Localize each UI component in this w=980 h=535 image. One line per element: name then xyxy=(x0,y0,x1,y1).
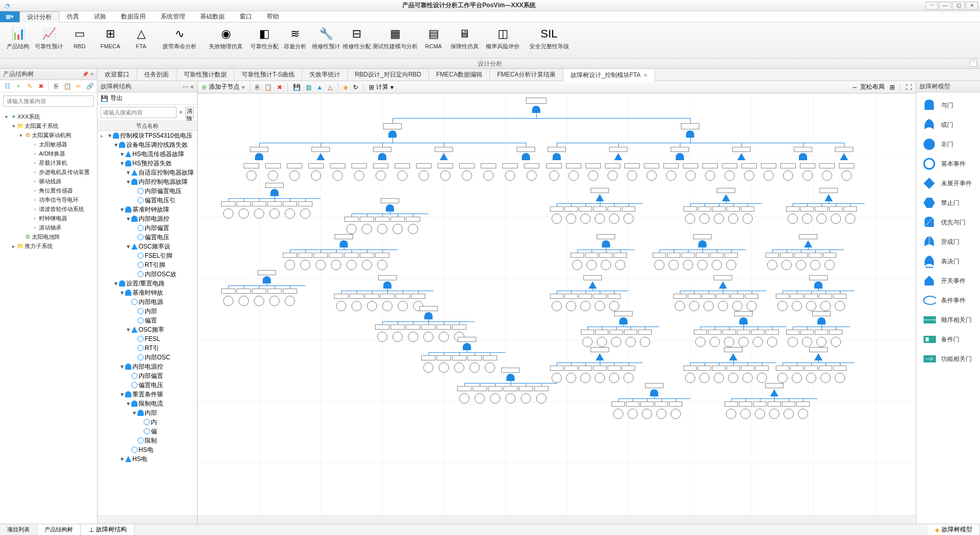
ft-basic-event[interactable] xyxy=(346,260,357,270)
ft-basic-event[interactable] xyxy=(285,296,295,306)
ft-node-row[interactable]: ▾基准时钟故 xyxy=(97,288,197,297)
ft-node-box[interactable] xyxy=(503,386,518,391)
ft-basic-event[interactable] xyxy=(300,208,310,219)
ft-node-box[interactable] xyxy=(335,234,353,239)
file-menu-button[interactable]: ▦▾ xyxy=(0,11,19,22)
ft-basic-event[interactable] xyxy=(268,170,278,181)
ft-node-box[interactable] xyxy=(722,330,736,335)
ft-node-box[interactable] xyxy=(459,163,475,168)
tree-item[interactable]: ▫谐波齿轮传动系统 xyxy=(1,204,96,214)
ft-node-box[interactable] xyxy=(717,188,735,193)
refresh-button[interactable]: ↻ xyxy=(353,84,358,91)
ft-basic-event[interactable] xyxy=(601,260,611,270)
ft-node-box[interactable] xyxy=(452,355,466,360)
ft-node-box[interactable] xyxy=(731,294,744,299)
ft-node-box[interactable] xyxy=(395,163,410,168)
ft-node-box[interactable] xyxy=(258,270,276,275)
ft-node-row[interactable]: ▾HS电流传感器故障 xyxy=(97,149,197,159)
ft-node-row[interactable]: 内部OSC故 xyxy=(97,270,197,279)
ft-basic-event[interactable] xyxy=(831,337,841,347)
ft-node-box[interactable] xyxy=(698,206,711,212)
ft-basic-event[interactable] xyxy=(798,409,808,419)
doc-tab[interactable]: RBD设计_对日定向RBD xyxy=(348,69,429,81)
gate-or-button[interactable]: △ xyxy=(328,84,332,91)
ft-basic-event[interactable] xyxy=(611,337,621,347)
ft-node-box[interactable] xyxy=(741,206,754,212)
ribbon-可靠性分配[interactable]: ◧可靠性分配 xyxy=(249,25,279,56)
ft-node-box[interactable] xyxy=(593,294,606,299)
ft-node-box[interactable] xyxy=(809,275,828,280)
ft-node-box[interactable] xyxy=(221,201,236,206)
ft-node-box[interactable] xyxy=(585,253,598,258)
ft-basic-event[interactable] xyxy=(336,301,346,311)
ft-node-box[interactable] xyxy=(800,206,814,212)
ribbon-RBD[interactable]: ▭RBD xyxy=(65,25,94,56)
ft-node-row[interactable]: ▾内部控制电源故障 xyxy=(97,177,197,186)
ft-node-box[interactable] xyxy=(550,294,563,299)
ft-node-box[interactable] xyxy=(724,402,738,407)
product-tree[interactable]: ▾✦XXX系统▾📁太阳翼子系统▾⚙太阳翼驱动机构▫太阳敏感器▫A/D转换器▫星载… xyxy=(0,110,97,524)
ft-basic-event[interactable] xyxy=(595,301,605,311)
ft-basic-event[interactable] xyxy=(806,373,816,383)
ft-node-box[interactable] xyxy=(640,402,654,407)
ft-basic-event[interactable] xyxy=(732,301,742,311)
ft-node-box[interactable] xyxy=(330,163,345,168)
menu-tab-0[interactable]: 设计分析 xyxy=(19,11,60,23)
ft-basic-event[interactable] xyxy=(331,260,341,270)
palette-item-seq[interactable]: 顺序相关门 xyxy=(918,310,980,330)
ft-node-box[interactable] xyxy=(614,311,633,316)
ft-node-box[interactable] xyxy=(360,217,374,222)
ft-node-box[interactable] xyxy=(298,201,312,206)
ft-basic-event[interactable] xyxy=(753,337,763,347)
ft-node-box[interactable] xyxy=(681,123,699,129)
ft-basic-event[interactable] xyxy=(393,332,403,342)
ft-basic-event[interactable] xyxy=(316,260,326,270)
ft-basic-event[interactable] xyxy=(607,170,618,181)
fault-tree-node-list[interactable]: ▸▾控制模块TPS54310低电压▾设备电压调控线路失效▾HS电流传感器故障▾H… xyxy=(97,131,197,515)
ft-node-row[interactable]: 偏置 xyxy=(97,316,197,325)
ft-basic-event[interactable] xyxy=(439,362,449,373)
ft-node-box[interactable] xyxy=(653,253,666,258)
ft-basic-event[interactable] xyxy=(354,170,364,181)
ft-node-box[interactable] xyxy=(566,163,581,168)
ft-basic-event[interactable] xyxy=(549,170,559,181)
palette-item-pand[interactable]: 优先与门 xyxy=(918,213,980,232)
ft-node-box[interactable] xyxy=(693,234,712,239)
ft-node-box[interactable] xyxy=(546,163,562,168)
ft-basic-event[interactable] xyxy=(685,373,695,383)
ft-node-box[interactable] xyxy=(805,366,818,371)
bottom-tab-ft-structure[interactable]: ⊥ 故障树结构 xyxy=(82,524,134,535)
ft-basic-event[interactable] xyxy=(777,373,788,383)
ft-basic-event[interactable] xyxy=(239,296,249,306)
ft-basic-event[interactable] xyxy=(362,224,372,234)
ft-basic-event[interactable] xyxy=(566,214,576,224)
ft-node-row[interactable]: ▾内部 xyxy=(97,408,197,417)
ft-node-box[interactable] xyxy=(375,217,389,222)
tree-item[interactable]: ▫功率信号导电环 xyxy=(1,195,96,204)
ft-node-box[interactable] xyxy=(583,275,602,280)
ft-basic-event[interactable] xyxy=(289,170,300,181)
ft-node-box[interactable] xyxy=(467,355,482,360)
ft-basic-event[interactable] xyxy=(740,409,751,419)
ft-basic-event[interactable] xyxy=(695,337,705,347)
canvas-hscroll[interactable] xyxy=(198,515,916,524)
ft-node-box[interactable] xyxy=(622,206,635,212)
calculate-button[interactable]: ⊞ 计算 ▾ xyxy=(369,83,394,91)
ribbon-保障性仿真[interactable]: 🖥保障性仿真 xyxy=(449,25,479,56)
ft-node-box[interactable] xyxy=(519,386,533,391)
menu-tab-5[interactable]: 基础数据 xyxy=(193,11,232,22)
ft-basic-event[interactable] xyxy=(777,301,788,311)
ribbon-FTA[interactable]: △FTA xyxy=(126,25,156,56)
add-icon[interactable]: ＋ xyxy=(14,82,23,90)
ft-basic-event[interactable] xyxy=(816,214,827,224)
tree-item[interactable]: ▫A/D转换器 xyxy=(1,149,96,158)
ft-gate[interactable] xyxy=(255,153,263,160)
ft-node-box[interactable] xyxy=(473,386,487,391)
product-tree-search-input[interactable] xyxy=(3,95,94,107)
ft-node-box[interactable] xyxy=(591,347,609,352)
export-label[interactable]: 导出 xyxy=(110,94,123,103)
ft-node-box[interactable] xyxy=(298,253,312,258)
ft-basic-event[interactable] xyxy=(346,224,357,234)
ribbon-测试性建模与分析[interactable]: ▦测试性建模与分析 xyxy=(373,25,418,56)
ft-node-box[interactable] xyxy=(378,275,397,280)
